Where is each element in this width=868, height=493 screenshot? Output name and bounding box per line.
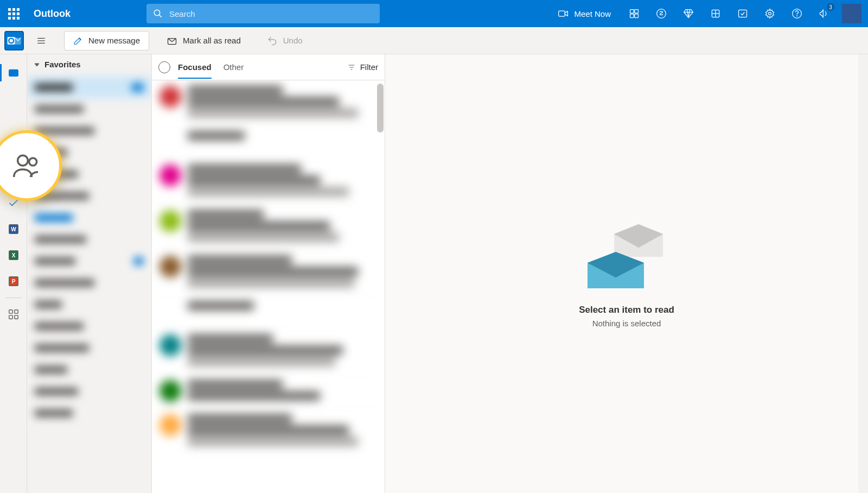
people-icon: [11, 150, 42, 181]
app-launcher-button[interactable]: [0, 0, 27, 27]
svg-text:X: X: [11, 252, 15, 258]
filter-label: Filter: [360, 62, 378, 72]
folder-row[interactable]: [27, 294, 151, 315]
message-scroll[interactable]: [152, 80, 385, 493]
svg-point-19: [797, 16, 797, 16]
folder-row[interactable]: [27, 359, 151, 381]
message-item[interactable]: [152, 409, 385, 454]
window-scrollbar[interactable]: [858, 54, 868, 493]
svg-rect-16: [739, 10, 747, 17]
apps-icon: [8, 308, 20, 320]
search-box[interactable]: [146, 4, 380, 23]
svg-rect-7: [635, 14, 639, 18]
addins-button[interactable]: [702, 0, 729, 27]
teams-button[interactable]: [621, 0, 648, 27]
rail-word[interactable]: W: [0, 216, 27, 242]
new-message-button[interactable]: New message: [64, 31, 149, 50]
svg-rect-2: [559, 11, 565, 16]
left-rail: W X P: [0, 54, 27, 493]
folder-row[interactable]: [27, 229, 151, 250]
folder-row[interactable]: [27, 315, 151, 337]
skype-button[interactable]: [648, 0, 675, 27]
reading-pane: Select an item to read Nothing is select…: [385, 54, 868, 493]
teams-icon: [629, 8, 640, 19]
filter-icon: [347, 63, 356, 72]
filter-button[interactable]: Filter: [347, 62, 378, 72]
message-item[interactable]: [152, 296, 385, 329]
skype-icon: [656, 8, 667, 19]
rail-powerpoint[interactable]: P: [0, 268, 27, 294]
message-item[interactable]: [152, 205, 385, 250]
rail-mail[interactable]: [0, 60, 27, 86]
svg-rect-39: [9, 315, 12, 319]
nav-toggle-button[interactable]: [30, 30, 52, 52]
message-item[interactable]: [152, 159, 385, 205]
inbox-tabs: Focused Other: [178, 56, 244, 78]
folder-row[interactable]: [27, 402, 151, 424]
folder-row[interactable]: [27, 98, 151, 120]
folder-row[interactable]: [27, 272, 151, 294]
svg-point-0: [154, 10, 160, 16]
svg-marker-43: [35, 64, 39, 66]
compose-icon: [73, 36, 83, 46]
premium-button[interactable]: [675, 0, 702, 27]
message-item[interactable]: [152, 250, 385, 296]
word-icon: W: [8, 223, 20, 235]
video-icon: [558, 8, 569, 19]
tab-other[interactable]: Other: [224, 56, 244, 78]
waffle-icon: [8, 8, 20, 20]
help-button[interactable]: [783, 0, 810, 27]
folder-row[interactable]: [27, 381, 151, 402]
svg-point-8: [657, 9, 666, 18]
message-item[interactable]: [152, 126, 385, 159]
svg-rect-4: [630, 10, 634, 14]
meet-now-label: Meet Now: [574, 9, 611, 18]
notification-badge: 3: [827, 3, 834, 11]
message-item[interactable]: [152, 375, 385, 409]
command-toolbar: New message Mark all as read Undo: [0, 27, 868, 54]
main-area: W X P Favorites: [0, 54, 868, 493]
folder-row[interactable]: [27, 207, 151, 229]
search-input[interactable]: [169, 9, 373, 18]
svg-rect-6: [630, 14, 634, 18]
folder-row[interactable]: [27, 250, 151, 272]
lightbulb-icon: [710, 8, 721, 19]
rail-more-apps[interactable]: [0, 301, 27, 327]
folder-list-blurred: [27, 74, 151, 426]
settings-button[interactable]: [756, 0, 783, 27]
empty-state-subtitle: Nothing is selected: [592, 319, 661, 328]
message-list-pane: Focused Other Filter: [152, 54, 385, 493]
message-item[interactable]: [152, 80, 385, 126]
svg-rect-37: [9, 310, 12, 313]
undo-button[interactable]: Undo: [258, 27, 311, 54]
mark-all-read-label: Mark all as read: [183, 36, 241, 45]
new-message-label: New message: [88, 36, 140, 45]
svg-point-42: [29, 158, 37, 166]
favorites-section-header[interactable]: Favorites: [27, 54, 151, 74]
svg-marker-3: [565, 11, 568, 16]
folder-pane: Favorites: [27, 54, 152, 493]
folder-row[interactable]: [27, 337, 151, 359]
folder-row[interactable]: [27, 77, 151, 98]
mark-all-read-button[interactable]: Mark all as read: [158, 27, 250, 54]
svg-rect-5: [635, 10, 639, 14]
search-container: [146, 4, 380, 23]
powerpoint-icon: P: [8, 275, 20, 287]
undo-icon: [267, 35, 278, 46]
todo-button[interactable]: [729, 0, 756, 27]
tab-focused[interactable]: Focused: [178, 56, 212, 78]
account-avatar[interactable]: [842, 4, 861, 23]
brand-label: Outlook: [27, 8, 92, 20]
svg-text:W: W: [11, 226, 16, 232]
search-icon: [153, 9, 163, 18]
svg-text:P: P: [11, 279, 15, 285]
favorites-label: Favorites: [44, 60, 81, 69]
svg-rect-40: [14, 315, 17, 319]
meet-now-button[interactable]: Meet Now: [548, 8, 621, 19]
outlook-logo: [4, 31, 24, 50]
select-all-checkbox[interactable]: [158, 61, 170, 73]
rail-excel[interactable]: X: [0, 242, 27, 268]
header-right-actions: Meet Now 3: [548, 0, 868, 27]
notifications-button[interactable]: 3: [810, 0, 838, 27]
message-item[interactable]: [152, 329, 385, 375]
